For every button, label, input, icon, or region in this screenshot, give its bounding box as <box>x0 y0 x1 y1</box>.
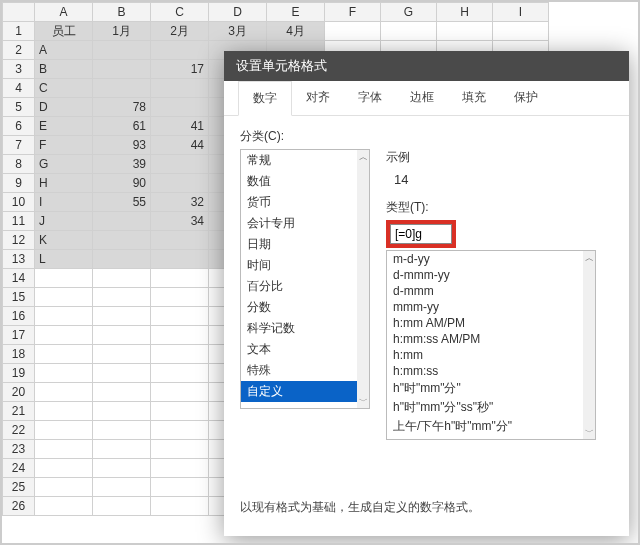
cell-B1[interactable]: 1月 <box>93 22 151 41</box>
cell-A7[interactable]: F <box>35 136 93 155</box>
cell-B9[interactable]: 90 <box>93 174 151 193</box>
category-item[interactable]: 特殊 <box>241 360 359 381</box>
cell-G1[interactable] <box>381 22 437 41</box>
cell-A23[interactable] <box>35 440 93 459</box>
cell-C18[interactable] <box>151 345 209 364</box>
cell-C12[interactable] <box>151 231 209 250</box>
format-item[interactable]: d-mmm-yy <box>387 267 585 283</box>
cell-A1[interactable]: 员工 <box>35 22 93 41</box>
tab-1[interactable]: 对齐 <box>292 81 344 115</box>
tab-5[interactable]: 保护 <box>500 81 552 115</box>
col-header-H[interactable]: H <box>437 3 493 22</box>
scroll-down-icon[interactable]: ﹀ <box>359 394 368 408</box>
cell-C22[interactable] <box>151 421 209 440</box>
cell-A8[interactable]: G <box>35 155 93 174</box>
cell-C7[interactable]: 44 <box>151 136 209 155</box>
cell-C19[interactable] <box>151 364 209 383</box>
cell-C15[interactable] <box>151 288 209 307</box>
cell-A17[interactable] <box>35 326 93 345</box>
format-item[interactable]: h:mm AM/PM <box>387 315 585 331</box>
cell-C9[interactable] <box>151 174 209 193</box>
cell-A4[interactable]: C <box>35 79 93 98</box>
cell-D1[interactable]: 3月 <box>209 22 267 41</box>
cell-B14[interactable] <box>93 269 151 288</box>
format-item[interactable]: h:mm <box>387 347 585 363</box>
category-item[interactable]: 科学记数 <box>241 318 359 339</box>
col-header-B[interactable]: B <box>93 3 151 22</box>
cell-B20[interactable] <box>93 383 151 402</box>
cell-C26[interactable] <box>151 497 209 516</box>
row-header-3[interactable]: 3 <box>3 60 35 79</box>
cell-E1[interactable]: 4月 <box>267 22 325 41</box>
row-header-8[interactable]: 8 <box>3 155 35 174</box>
cell-B7[interactable]: 93 <box>93 136 151 155</box>
cell-B24[interactable] <box>93 459 151 478</box>
cell-A13[interactable]: L <box>35 250 93 269</box>
row-header-1[interactable]: 1 <box>3 22 35 41</box>
cell-B4[interactable] <box>93 79 151 98</box>
cell-A10[interactable]: I <box>35 193 93 212</box>
cell-C1[interactable]: 2月 <box>151 22 209 41</box>
cell-C23[interactable] <box>151 440 209 459</box>
cell-B25[interactable] <box>93 478 151 497</box>
cell-B21[interactable] <box>93 402 151 421</box>
format-item[interactable]: m-d-yy <box>387 251 585 267</box>
format-item[interactable]: h:mm:ss <box>387 363 585 379</box>
cell-B26[interactable] <box>93 497 151 516</box>
cell-C3[interactable]: 17 <box>151 60 209 79</box>
category-item[interactable]: 货币 <box>241 192 359 213</box>
cell-A22[interactable] <box>35 421 93 440</box>
row-header-4[interactable]: 4 <box>3 79 35 98</box>
format-listbox[interactable]: m-d-yyd-mmm-yyd-mmmmmm-yyh:mm AM/PMh:mm:… <box>386 250 596 440</box>
category-item[interactable]: 常规 <box>241 150 359 171</box>
col-header-I[interactable]: I <box>493 3 549 22</box>
row-header-19[interactable]: 19 <box>3 364 35 383</box>
format-item[interactable]: h"时"mm"分" <box>387 379 585 398</box>
cell-C16[interactable] <box>151 307 209 326</box>
category-item[interactable]: 分数 <box>241 297 359 318</box>
cell-A19[interactable] <box>35 364 93 383</box>
format-item[interactable]: h:mm:ss AM/PM <box>387 331 585 347</box>
cell-B2[interactable] <box>93 41 151 60</box>
cell-C8[interactable] <box>151 155 209 174</box>
cell-C25[interactable] <box>151 478 209 497</box>
cell-C14[interactable] <box>151 269 209 288</box>
cell-A24[interactable] <box>35 459 93 478</box>
cell-A2[interactable]: A <box>35 41 93 60</box>
cell-C21[interactable] <box>151 402 209 421</box>
row-header-9[interactable]: 9 <box>3 174 35 193</box>
cell-C11[interactable]: 34 <box>151 212 209 231</box>
cell-A5[interactable]: D <box>35 98 93 117</box>
col-header-D[interactable]: D <box>209 3 267 22</box>
col-header-G[interactable]: G <box>381 3 437 22</box>
category-item[interactable]: 自定义 <box>241 381 359 402</box>
cell-A12[interactable]: K <box>35 231 93 250</box>
row-header-25[interactable]: 25 <box>3 478 35 497</box>
row-header-5[interactable]: 5 <box>3 98 35 117</box>
scroll-up-icon[interactable]: ︿ <box>359 150 368 164</box>
cell-B23[interactable] <box>93 440 151 459</box>
col-header-A[interactable]: A <box>35 3 93 22</box>
cell-A3[interactable]: B <box>35 60 93 79</box>
row-header-26[interactable]: 26 <box>3 497 35 516</box>
cell-A6[interactable]: E <box>35 117 93 136</box>
cell-A11[interactable]: J <box>35 212 93 231</box>
cell-A25[interactable] <box>35 478 93 497</box>
scroll-up-icon[interactable]: ︿ <box>585 251 594 265</box>
category-item[interactable]: 日期 <box>241 234 359 255</box>
row-header-13[interactable]: 13 <box>3 250 35 269</box>
cell-C5[interactable] <box>151 98 209 117</box>
cell-A20[interactable] <box>35 383 93 402</box>
row-header-14[interactable]: 14 <box>3 269 35 288</box>
category-item[interactable]: 文本 <box>241 339 359 360</box>
cell-B22[interactable] <box>93 421 151 440</box>
cell-A9[interactable]: H <box>35 174 93 193</box>
tab-0[interactable]: 数字 <box>238 81 292 116</box>
cell-A16[interactable] <box>35 307 93 326</box>
cell-B3[interactable] <box>93 60 151 79</box>
row-header-24[interactable]: 24 <box>3 459 35 478</box>
format-scrollbar[interactable]: ︿ ﹀ <box>583 251 595 439</box>
cell-B13[interactable] <box>93 250 151 269</box>
row-header-23[interactable]: 23 <box>3 440 35 459</box>
cell-C10[interactable]: 32 <box>151 193 209 212</box>
